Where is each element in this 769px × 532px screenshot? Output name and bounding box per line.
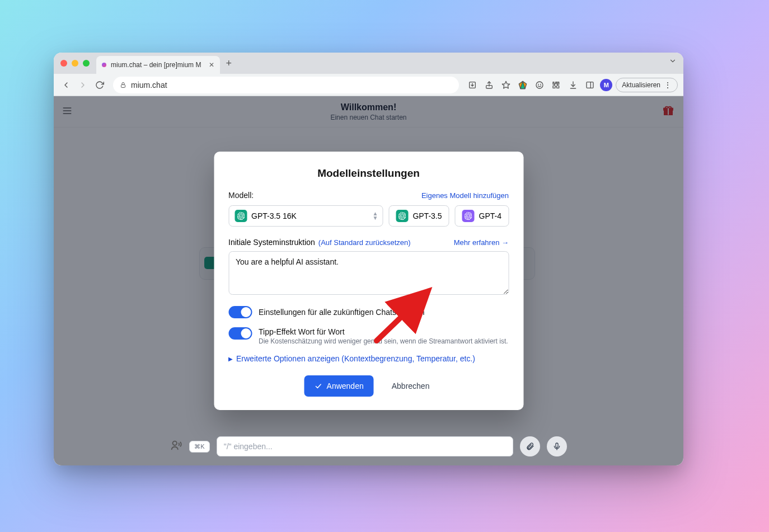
tab-favicon-icon <box>102 63 106 67</box>
sysinstr-reset-link[interactable]: (Auf Standard zurücksetzen) <box>318 238 411 247</box>
add-custom-model-link[interactable]: Eigenes Modell hinzufügen <box>421 191 509 200</box>
downloads-icon[interactable] <box>566 78 580 92</box>
app-page: Willkommen! Einen neuen Chat starten Mod… <box>54 96 683 465</box>
window-close-icon[interactable] <box>60 60 67 67</box>
switch-remember-row: Einstellungen für alle zukünftigen Chats… <box>228 306 509 318</box>
sidepanel-icon[interactable] <box>583 78 597 92</box>
browser-tab[interactable]: mium.chat – dein [pre]mium M ✕ <box>96 56 220 74</box>
openai-icon <box>462 210 475 222</box>
sysinstr-more-link[interactable]: Mehr erfahren → <box>454 238 509 247</box>
switch-stream-hint: Die Kostenschätzung wird weniger genau s… <box>259 337 508 345</box>
model-label: Modell: <box>228 191 254 200</box>
window-minimize-icon[interactable] <box>72 60 78 67</box>
svg-point-6 <box>536 82 543 88</box>
model-pill-gpt35[interactable]: GPT-3.5 <box>388 205 449 227</box>
sysinstr-textarea[interactable] <box>228 251 509 295</box>
svg-rect-9 <box>587 82 593 88</box>
modal-title: Modelleinstellungen <box>228 167 509 180</box>
svg-point-8 <box>541 84 541 84</box>
tab-title: mium.chat – dein [pre]mium M <box>111 61 201 69</box>
toolbar-actions: M Aktualisieren ⋮ <box>466 78 678 92</box>
advanced-options-label: Erweiterte Optionen anzeigen (Kontextbeg… <box>236 354 475 363</box>
nav-forward-icon[interactable] <box>76 78 90 92</box>
lock-icon <box>120 82 126 88</box>
svg-rect-20 <box>556 443 558 448</box>
browser-toolbar: mium.chat M Aktualisieren ⋮ <box>54 74 683 96</box>
model-pill-gpt4[interactable]: GPT-4 <box>455 205 509 227</box>
model-select-value: GPT-3.5 16K <box>251 211 297 220</box>
openai-icon <box>396 210 408 222</box>
openai-icon <box>235 210 247 222</box>
composer-placeholder: "/" eingeben... <box>224 442 273 451</box>
address-text: mium.chat <box>131 81 167 90</box>
svg-point-7 <box>538 84 539 84</box>
check-icon <box>315 382 322 390</box>
extension-gem-icon[interactable] <box>516 78 529 92</box>
select-chevrons-icon: ▲▼ <box>372 211 378 220</box>
model-pill-label: GPT-3.5 <box>412 211 442 220</box>
cancel-button[interactable]: Abbrechen <box>388 381 433 391</box>
tab-close-icon[interactable]: ✕ <box>209 61 214 69</box>
voice-assist-icon[interactable] <box>170 439 182 454</box>
profile-avatar[interactable]: M <box>600 79 612 91</box>
update-chip[interactable]: Aktualisieren ⋮ <box>616 78 678 92</box>
composer-input[interactable]: "/" eingeben... <box>217 436 513 456</box>
advanced-options-toggle[interactable]: ▶ Erweiterte Optionen anzeigen (Kontextb… <box>228 354 509 363</box>
extensions-puzzle-icon[interactable] <box>550 78 563 92</box>
disclosure-triangle-icon: ▶ <box>228 356 233 362</box>
mic-button[interactable] <box>547 436 567 456</box>
browser-tabstrip: mium.chat – dein [pre]mium M ✕ + <box>54 53 683 74</box>
update-label: Aktualisieren <box>622 81 660 89</box>
model-pill-label: GPT-4 <box>479 211 501 220</box>
switch-stream-label: Tipp-Effekt Wort für Wort <box>259 327 508 336</box>
share-icon[interactable] <box>482 78 496 92</box>
bookmark-star-icon[interactable] <box>499 78 513 92</box>
composer-shortcut-pill: ⌘K <box>189 441 209 453</box>
switch-stream[interactable] <box>228 327 252 340</box>
composer: ⌘K "/" eingeben... <box>54 436 683 456</box>
model-settings-modal: Modelleinstellungen Modell: Eigenes Mode… <box>214 152 523 410</box>
switch-remember-label: Einstellungen für alle zukünftigen Chats… <box>259 308 425 317</box>
window-maximize-icon[interactable] <box>83 60 90 67</box>
switch-remember[interactable] <box>228 306 252 318</box>
attach-button[interactable] <box>520 436 540 456</box>
avatar-initial: M <box>604 82 609 88</box>
nav-back-icon[interactable] <box>59 78 73 92</box>
sysinstr-label: Initiale Systeminstruktion <box>228 238 315 247</box>
chrome-menu-icon[interactable]: ⋮ <box>664 81 672 90</box>
switch-stream-row: Tipp-Effekt Wort für Wort Die Kostenschä… <box>228 327 509 345</box>
model-row: GPT-3.5 16K ▲▼ GPT-3.5 GPT-4 <box>228 205 509 227</box>
cancel-button-label: Abbrechen <box>392 382 430 390</box>
extension-smiley-icon[interactable] <box>533 78 546 92</box>
model-select[interactable]: GPT-3.5 16K ▲▼ <box>228 205 383 227</box>
modal-actions: Anwenden Abbrechen <box>228 375 509 397</box>
apply-button-label: Anwenden <box>327 382 364 390</box>
nav-reload-icon[interactable] <box>93 78 106 92</box>
svg-point-19 <box>173 441 177 445</box>
browser-window: mium.chat – dein [pre]mium M ✕ + mium.ch… <box>54 53 683 465</box>
window-controls <box>60 60 90 67</box>
svg-rect-0 <box>121 84 125 87</box>
install-app-icon[interactable] <box>466 78 479 92</box>
apply-button[interactable]: Anwenden <box>304 375 374 397</box>
new-tab-button[interactable]: + <box>226 58 232 69</box>
svg-marker-3 <box>503 81 510 88</box>
tabstrip-menu-icon[interactable] <box>669 57 677 67</box>
address-bar[interactable]: mium.chat <box>113 77 459 93</box>
